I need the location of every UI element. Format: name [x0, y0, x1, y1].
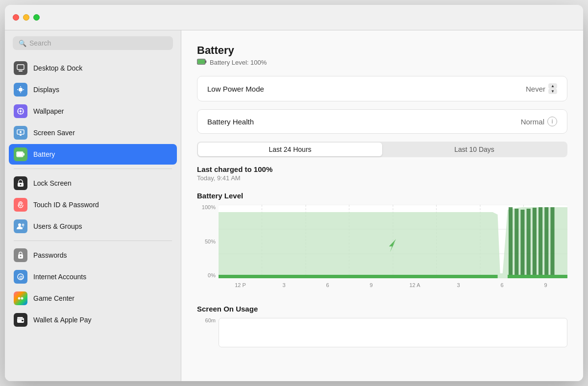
low-power-label: Low Power Mode	[207, 85, 264, 93]
passwords-icon	[14, 248, 27, 262]
search-box[interactable]: 🔍 Search	[13, 36, 173, 50]
svg-rect-54	[533, 208, 537, 275]
svg-rect-48	[219, 275, 498, 278]
sidebar-label-passwords: Passwords	[33, 251, 67, 259]
last-charged-section: Last charged to 100% Today, 9:41 AM	[197, 165, 567, 182]
battery-chart-container: 100% 50% 0%	[197, 205, 567, 293]
sidebar-item-wallpaper[interactable]: Wallpaper	[9, 101, 177, 121]
battery-health-info-button[interactable]: i	[547, 117, 557, 126]
low-power-value-container: Never ▲ ▼	[526, 83, 557, 94]
last-charged-title: Last charged to 100%	[197, 165, 567, 173]
svg-rect-50	[509, 207, 513, 275]
svg-rect-34	[198, 60, 205, 64]
tab-10d[interactable]: Last 10 Days	[382, 143, 566, 156]
battery-level-text: Battery Level: 100%	[210, 59, 267, 66]
battery-status: Battery Level: 100%	[197, 59, 567, 66]
svg-rect-1	[19, 71, 23, 72]
chart-y-labels: 100% 50% 0%	[197, 205, 216, 278]
system-settings-window: 🔍 Search Desktop & Dock	[5, 5, 583, 381]
sidebar-item-wallet[interactable]: Wallet & Apple Pay	[9, 310, 177, 330]
screen-chart-area: 60m	[197, 318, 567, 347]
svg-rect-57	[550, 207, 554, 275]
y-label-50: 50%	[197, 239, 216, 244]
chart-main: 12 P 3 6 9 12 A 3 6 9	[219, 205, 567, 278]
svg-rect-18	[17, 152, 23, 156]
svg-point-15	[20, 131, 22, 133]
screen-usage-title: Screen On Usage	[197, 305, 567, 313]
svg-point-28	[21, 297, 24, 300]
battery-chart-section: Battery Level 100% 50% 0%	[197, 192, 567, 293]
battery-health-row: Battery Health Normal i	[197, 110, 567, 133]
wallet-icon	[14, 313, 27, 327]
svg-rect-52	[520, 210, 524, 275]
minimize-button[interactable]	[23, 14, 29, 21]
x-label-9a: 9	[349, 282, 393, 288]
screen-chart	[219, 318, 567, 347]
screen-y-60m: 60m	[197, 318, 216, 323]
last-charged-time: Today, 9:41 AM	[197, 174, 567, 182]
traffic-lights	[13, 14, 40, 21]
touchid-icon	[14, 198, 27, 212]
time-range-toggle: Last 24 Hours Last 10 Days	[197, 142, 567, 157]
sidebar-label-gamecenter: Game Center	[33, 294, 74, 302]
sidebar-item-internet-accounts[interactable]: @ Internet Accounts	[9, 266, 177, 287]
page-header: Battery Battery Level: 100%	[197, 44, 567, 66]
svg-rect-30	[17, 317, 23, 319]
sidebar-label-users: Users & Groups	[33, 222, 82, 230]
battery-inline-icon	[197, 59, 207, 66]
battery-health-value-container: Normal i	[521, 117, 557, 126]
chart-area: 100% 50% 0%	[197, 205, 567, 278]
svg-rect-14	[20, 135, 22, 136]
svg-rect-51	[514, 209, 518, 275]
sidebar-label-touchid: Touch ID & Password	[33, 201, 99, 209]
svg-rect-53	[527, 209, 531, 275]
x-label-12p: 12 P	[219, 282, 262, 288]
sidebar-item-battery[interactable]: Battery	[9, 144, 177, 165]
sidebar-item-users[interactable]: Users & Groups	[9, 216, 177, 237]
tab-24h[interactable]: Last 24 Hours	[198, 143, 382, 156]
x-label-9p: 9	[524, 282, 567, 288]
battery-health-label: Battery Health	[207, 118, 254, 126]
close-button[interactable]	[13, 14, 19, 21]
content-area: 🔍 Search Desktop & Dock	[5, 30, 583, 381]
sidebar-item-desktop-dock[interactable]: Desktop & Dock	[9, 58, 177, 78]
low-power-value: Never	[526, 85, 545, 93]
sidebar-item-passwords[interactable]: Passwords	[9, 245, 177, 265]
low-power-row: Low Power Mode Never ▲ ▼	[197, 76, 567, 101]
sidebar-item-displays[interactable]: Displays	[9, 79, 177, 100]
sidebar-item-screensaver[interactable]: Screen Saver	[9, 122, 177, 143]
desktop-dock-icon	[14, 61, 27, 75]
sidebar-item-gamecenter[interactable]: Game Center	[9, 288, 177, 309]
search-container: 🔍 Search	[5, 30, 181, 56]
low-power-stepper-down[interactable]: ▼	[548, 89, 557, 94]
x-label-3a: 3	[262, 282, 306, 288]
sidebar-label-wallet: Wallet & Apple Pay	[33, 316, 92, 324]
sidebar-label-displays: Displays	[33, 86, 59, 94]
wallpaper-icon	[14, 104, 27, 118]
low-power-stepper-up[interactable]: ▲	[548, 83, 557, 89]
sidebar-label-wallpaper: Wallpaper	[33, 107, 64, 115]
users-icon	[14, 219, 27, 233]
svg-rect-31	[22, 320, 24, 321]
svg-rect-33	[205, 61, 207, 63]
x-label-6p: 6	[480, 282, 524, 288]
search-icon: 🔍	[19, 40, 26, 47]
svg-point-8	[20, 110, 22, 112]
x-label-3p: 3	[437, 282, 480, 288]
svg-point-22	[22, 224, 24, 226]
sidebar-item-lockscreen[interactable]: Lock Screen	[9, 173, 177, 193]
sidebar-divider-2	[14, 241, 172, 241]
sidebar-divider-1	[14, 169, 172, 169]
low-power-card: Low Power Mode Never ▲ ▼	[197, 76, 567, 101]
svg-point-21	[18, 223, 21, 226]
svg-point-27	[18, 297, 21, 300]
x-label-6a: 6	[306, 282, 349, 288]
svg-rect-56	[544, 207, 548, 275]
gamecenter-icon	[14, 291, 27, 305]
lockscreen-icon	[14, 176, 27, 190]
sidebar-item-touchid[interactable]: Touch ID & Password	[9, 194, 177, 215]
screen-y-labels: 60m	[197, 318, 216, 347]
sidebar-label-desktop-dock: Desktop & Dock	[33, 64, 82, 72]
maximize-button[interactable]	[33, 14, 40, 21]
battery-health-card: Battery Health Normal i	[197, 109, 567, 134]
